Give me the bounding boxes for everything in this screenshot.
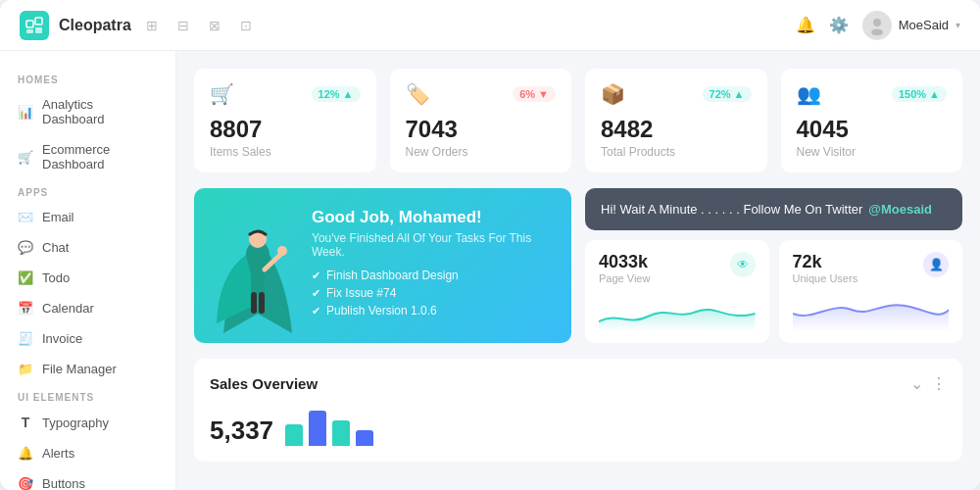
section-label-ui: UI ELEMENTS bbox=[0, 384, 175, 407]
sidebar-item-alerts[interactable]: 🔔 Alerts bbox=[0, 438, 175, 468]
tool-print[interactable]: ⊟ bbox=[172, 15, 194, 36]
filemanager-icon: 📁 bbox=[18, 362, 33, 376]
sidebar-item-typography[interactable]: T Typography bbox=[0, 407, 175, 438]
sidebar-item-ecommerce[interactable]: 🛒 Ecommerce Dashboard bbox=[0, 134, 175, 179]
sidebar-label-invoice: Invoice bbox=[42, 331, 82, 346]
sales-section: Sales Overview ⌄ ⋮ 5,337 bbox=[194, 359, 962, 462]
sales-header: Sales Overview ⌄ ⋮ bbox=[210, 374, 947, 393]
items-sales-icon: 🛒 bbox=[210, 82, 234, 106]
sales-bar-3 bbox=[332, 420, 350, 446]
tool-chart[interactable]: ⊠ bbox=[204, 15, 225, 36]
sales-bar-4 bbox=[356, 430, 373, 446]
check-icon-2: ✔ bbox=[312, 287, 320, 300]
svg-point-4 bbox=[873, 19, 881, 26]
check-icon-1: ✔ bbox=[312, 270, 320, 282]
svg-rect-12 bbox=[259, 292, 265, 314]
items-sales-badge: 12% ▲ bbox=[312, 86, 361, 102]
analytics-card-pageview: 4033k Page View 👁 bbox=[585, 240, 769, 343]
sidebar: HOMES 📊 Analytics Dashboard 🛒 Ecommerce … bbox=[0, 51, 176, 490]
ecommerce-icon: 🛒 bbox=[18, 150, 33, 165]
todo-icon: ✅ bbox=[18, 270, 33, 285]
sidebar-label-typography: Typography bbox=[42, 416, 109, 430]
avatar bbox=[862, 11, 892, 40]
twitter-text: Hi! Wait A Minute . . . . . . Follow Me … bbox=[601, 202, 862, 217]
sidebar-section-ui: UI ELEMENTS T Typography 🔔 Alerts 🎯 Butt… bbox=[0, 384, 175, 490]
sidebar-label-analytics: Analytics Dashboard bbox=[42, 97, 158, 126]
chat-icon: 💬 bbox=[18, 240, 33, 255]
pageview-chart bbox=[599, 292, 756, 331]
sales-more-icon[interactable]: ⋮ bbox=[931, 374, 947, 393]
header-right: 🔔 ⚙️ MoeSaid ▾ bbox=[796, 11, 960, 40]
sidebar-label-calendar: Calendar bbox=[42, 301, 94, 316]
sidebar-item-buttons[interactable]: 🎯 Buttons bbox=[0, 468, 175, 490]
tool-clipboard[interactable]: ⊡ bbox=[235, 15, 257, 36]
goodjob-title: Good Job, Mohamed! bbox=[312, 208, 552, 227]
alerts-icon: 🔔 bbox=[18, 446, 33, 461]
typography-icon: T bbox=[18, 415, 33, 430]
header: Cleopatra ⊞ ⊟ ⊠ ⊡ 🔔 ⚙️ MoeSaid ▾ bbox=[0, 0, 980, 51]
stat-card-new-orders: 🏷️ 6% ▼ 7043 New Orders bbox=[390, 69, 572, 172]
task-item-3: ✔Publish Version 1.0.6 bbox=[312, 304, 552, 318]
total-products-icon: 📦 bbox=[601, 82, 625, 106]
pageview-label: Page View bbox=[599, 272, 650, 284]
total-products-badge: 72% ▲ bbox=[703, 86, 752, 102]
svg-point-10 bbox=[277, 246, 287, 256]
new-visitor-icon: 👥 bbox=[797, 82, 821, 106]
items-sales-label: Items Sales bbox=[210, 145, 361, 159]
sales-bar-2 bbox=[309, 411, 326, 446]
twitter-handle: @Moesaid bbox=[868, 202, 932, 217]
new-visitor-badge: 150% ▲ bbox=[892, 86, 947, 102]
total-products-value: 8482 bbox=[601, 116, 752, 143]
sales-actions: ⌄ ⋮ bbox=[910, 374, 947, 393]
users-chart bbox=[793, 292, 950, 331]
mid-row: Good Job, Mohamed! You've Finished All O… bbox=[194, 188, 962, 343]
user-avatar-wrap[interactable]: MoeSaid ▾ bbox=[862, 11, 960, 40]
sidebar-label-ecommerce: Ecommerce Dashboard bbox=[42, 142, 158, 172]
analytics-row: 4033k Page View 👁 bbox=[585, 240, 962, 343]
goodjob-tasks: ✔Finish Dashboard Design ✔Fix Issue #74 … bbox=[312, 269, 552, 318]
sidebar-item-invoice[interactable]: 🧾 Invoice bbox=[0, 323, 175, 354]
svg-rect-0 bbox=[26, 21, 33, 27]
sidebar-label-chat: Chat bbox=[42, 240, 69, 255]
sidebar-label-filemanager: File Manager bbox=[42, 362, 117, 376]
calendar-icon: 📅 bbox=[18, 301, 33, 316]
total-products-label: Total Products bbox=[601, 145, 752, 159]
eye-icon: 👁 bbox=[730, 252, 756, 277]
new-visitor-label: New Visitor bbox=[797, 145, 948, 159]
notification-icon[interactable]: 🔔 bbox=[796, 16, 815, 34]
svg-rect-3 bbox=[26, 29, 33, 33]
task-item-1: ✔Finish Dashboard Design bbox=[312, 269, 552, 282]
sidebar-item-calendar[interactable]: 📅 Calendar bbox=[0, 293, 175, 323]
user-name: MoeSaid bbox=[899, 18, 949, 32]
new-orders-icon: 🏷️ bbox=[406, 82, 430, 106]
goodjob-subtitle: You've Finished All Of Your Tasks For Th… bbox=[312, 231, 552, 259]
settings-icon[interactable]: ⚙️ bbox=[829, 16, 849, 34]
sales-collapse-icon[interactable]: ⌄ bbox=[910, 374, 923, 393]
main-content: 🛒 12% ▲ 8807 Items Sales 🏷️ 6% ▼ bbox=[176, 51, 980, 490]
new-orders-badge: 6% ▼ bbox=[513, 86, 556, 102]
sidebar-item-filemanager[interactable]: 📁 File Manager bbox=[0, 354, 175, 384]
pageview-value: 4033k bbox=[599, 252, 650, 272]
sidebar-item-analytics[interactable]: 📊 Analytics Dashboard bbox=[0, 89, 175, 134]
section-label-homes: HOMES bbox=[0, 67, 175, 89]
sidebar-item-email[interactable]: ✉️ Email bbox=[0, 202, 175, 232]
header-tools: ⊞ ⊟ ⊠ ⊡ bbox=[141, 15, 257, 36]
sidebar-label-email: Email bbox=[42, 210, 74, 224]
analytics-card-users: 72k Unique Users 👤 bbox=[779, 240, 963, 343]
sidebar-label-todo: Todo bbox=[42, 270, 70, 285]
sales-bar-1 bbox=[285, 424, 303, 446]
goodjob-figure bbox=[204, 225, 312, 343]
stat-card-new-visitor: 👥 150% ▲ 4045 New Visitor bbox=[781, 69, 963, 172]
logo-icon bbox=[20, 11, 49, 40]
buttons-icon: 🎯 bbox=[18, 476, 33, 490]
tool-inbox[interactable]: ⊞ bbox=[141, 15, 163, 36]
sidebar-item-chat[interactable]: 💬 Chat bbox=[0, 232, 175, 263]
header-left: Cleopatra ⊞ ⊟ ⊠ ⊡ bbox=[20, 11, 257, 40]
user-icon: 👤 bbox=[923, 252, 949, 277]
new-orders-label: New Orders bbox=[406, 145, 557, 159]
invoice-icon: 🧾 bbox=[18, 331, 33, 346]
section-label-apps: APPS bbox=[0, 179, 175, 202]
svg-rect-11 bbox=[251, 292, 257, 314]
new-visitor-value: 4045 bbox=[797, 116, 948, 143]
sidebar-item-todo[interactable]: ✅ Todo bbox=[0, 263, 175, 293]
